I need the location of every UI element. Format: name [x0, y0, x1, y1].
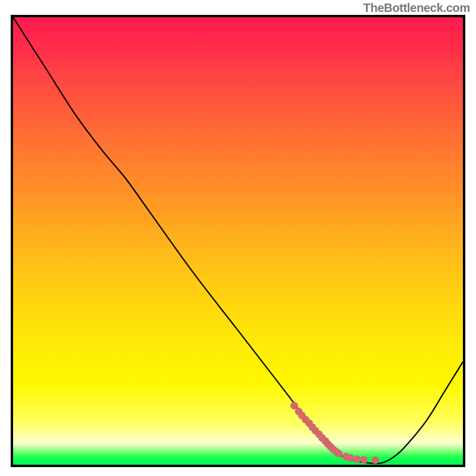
chart-dot: [371, 456, 379, 464]
chart-dots: [290, 402, 379, 464]
chart-svg: [13, 17, 463, 465]
attribution-text: TheBottleneck.com: [364, 1, 470, 15]
chart-plot-area: [11, 15, 465, 467]
chart-curve: [13, 17, 463, 464]
chart-dot: [347, 454, 355, 462]
chart-dot: [360, 456, 368, 464]
chart-dot: [335, 450, 343, 458]
chart-dot: [353, 456, 361, 464]
